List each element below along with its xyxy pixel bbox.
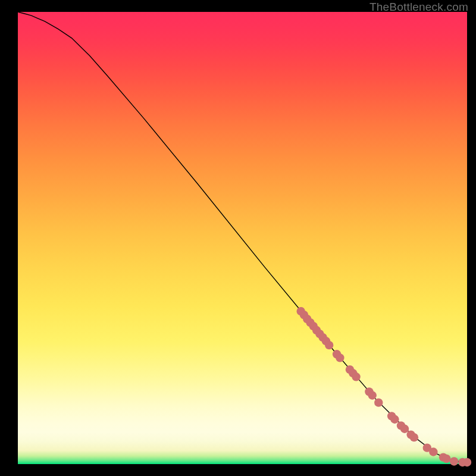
scatter-point (368, 391, 377, 399)
scatter-point (325, 341, 333, 349)
bottleneck-curve (18, 12, 467, 463)
chart-overlay (18, 12, 467, 464)
scatter-point (429, 447, 437, 456)
chart-frame: TheBottleneck.com (0, 0, 476, 476)
scatter-point (410, 433, 418, 441)
attribution-text: TheBottleneck.com (369, 1, 468, 14)
scatter-point (450, 457, 458, 465)
scatter-point (374, 398, 383, 406)
plot-area (18, 12, 467, 464)
scatter-point (463, 458, 471, 466)
scatter-point (442, 455, 450, 463)
scatter-point (336, 353, 344, 362)
scatter-points (296, 307, 471, 466)
scatter-point (352, 372, 360, 381)
scatter-point (400, 425, 409, 433)
scatter-point (390, 415, 399, 424)
